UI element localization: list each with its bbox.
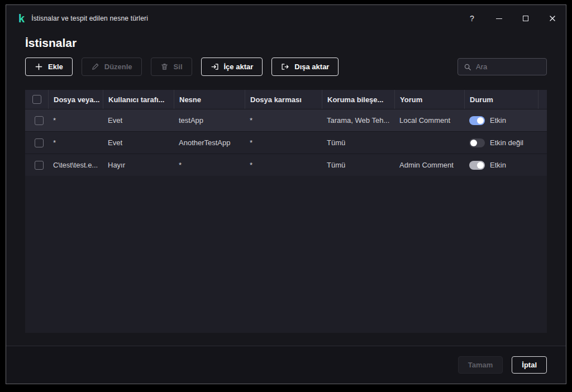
pencil-icon xyxy=(91,63,99,71)
status-label: Etkin xyxy=(490,116,506,125)
cell-status: Etkin xyxy=(464,161,538,170)
export-icon xyxy=(281,63,289,71)
select-all-checkbox[interactable] xyxy=(32,95,41,104)
status-label: Etkin xyxy=(490,161,506,169)
close-icon xyxy=(549,15,556,22)
exclusions-table: Dosya veya... Kullanıcı tarafı... Nesne … xyxy=(25,90,547,333)
row-checkbox-cell xyxy=(25,138,48,147)
minimize-button[interactable] xyxy=(485,5,512,32)
column-header-components[interactable]: Koruma bileşe... xyxy=(322,90,394,109)
cell-hash: * xyxy=(245,161,322,169)
status-toggle[interactable] xyxy=(469,161,485,170)
export-button[interactable]: Dışa aktar xyxy=(271,58,339,76)
row-checkbox[interactable] xyxy=(35,161,44,170)
footer: Tamam İptal xyxy=(6,346,566,384)
export-button-label: Dışa aktar xyxy=(294,63,329,71)
cell-by-user: Evet xyxy=(103,116,174,125)
edit-button-label: Düzenle xyxy=(104,63,132,71)
column-header-by-user[interactable]: Kullanıcı tarafı... xyxy=(103,90,174,109)
cell-hash: * xyxy=(245,116,322,125)
cell-status: Etkin xyxy=(464,116,538,125)
column-header-comment[interactable]: Yorum xyxy=(394,90,464,109)
header-filler xyxy=(538,90,547,109)
close-button[interactable] xyxy=(539,5,566,32)
help-button[interactable]: ? xyxy=(459,5,485,32)
import-button[interactable]: İçe aktar xyxy=(201,58,263,76)
column-header-hash[interactable]: Dosya karması xyxy=(245,90,322,109)
table-row[interactable]: C\test\test.e... Hayır * * Tümü Admin Co… xyxy=(25,154,547,176)
toolbar: Ekle Düzenle Sil İçe aktar Dışa aktar xyxy=(25,58,547,76)
ok-button[interactable]: Tamam xyxy=(458,356,503,374)
cell-file: * xyxy=(48,116,103,125)
cell-components: Tümü xyxy=(322,161,394,169)
status-label: Etkin değil xyxy=(490,138,523,147)
table-row[interactable]: * Evet AnotherTestApp * Tümü Etkin değil xyxy=(25,131,547,154)
cell-comment: Admin Comment xyxy=(394,161,464,169)
search-input[interactable] xyxy=(476,63,541,71)
row-checkbox[interactable] xyxy=(35,138,44,147)
cell-object: * xyxy=(174,161,245,169)
maximize-icon xyxy=(523,16,528,21)
cell-file: * xyxy=(48,138,103,147)
row-checkbox[interactable] xyxy=(35,116,44,125)
table-header: Dosya veya... Kullanıcı tarafı... Nesne … xyxy=(25,90,547,109)
add-button[interactable]: Ekle xyxy=(25,58,73,76)
status-toggle[interactable] xyxy=(469,138,485,147)
trash-icon xyxy=(160,63,169,71)
import-button-label: İçe aktar xyxy=(224,63,254,71)
cell-object: AnotherTestApp xyxy=(174,138,245,147)
cell-components: Tümü xyxy=(322,138,394,147)
maximize-button[interactable] xyxy=(512,5,539,32)
cell-components: Tarama, Web Teh... xyxy=(322,116,394,125)
cell-object: testApp xyxy=(174,116,245,125)
cell-by-user: Evet xyxy=(103,138,174,147)
titlebar: k İstisnalar ve tespit edilen nesne türl… xyxy=(6,5,566,32)
column-header-object[interactable]: Nesne xyxy=(174,90,245,109)
row-checkbox-cell xyxy=(25,161,48,170)
window-controls: ? xyxy=(459,5,566,32)
cell-file: C\test\test.e... xyxy=(48,161,103,169)
window-title: İstisnalar ve tespit edilen nesne türler… xyxy=(31,15,148,22)
header-checkbox-cell xyxy=(25,90,48,109)
cell-comment: Local Comment xyxy=(394,116,464,125)
cell-by-user: Hayır xyxy=(103,161,174,169)
delete-button-label: Sil xyxy=(174,63,183,71)
content-area: İstisnalar Ekle Düzenle Sil İçe aktar Dı… xyxy=(6,32,566,346)
search-icon xyxy=(464,63,471,71)
delete-button[interactable]: Sil xyxy=(151,58,192,76)
column-header-status[interactable]: Durum xyxy=(464,90,538,109)
edit-button[interactable]: Düzenle xyxy=(82,58,142,76)
help-icon: ? xyxy=(470,14,474,23)
import-icon xyxy=(211,63,219,71)
search-box[interactable] xyxy=(457,58,547,75)
cell-status: Etkin değil xyxy=(464,138,538,147)
add-button-label: Ekle xyxy=(48,63,63,71)
cancel-button[interactable]: İptal xyxy=(512,356,547,374)
status-toggle[interactable] xyxy=(469,116,485,125)
minimize-icon xyxy=(496,18,502,19)
column-header-file[interactable]: Dosya veya... xyxy=(48,90,103,109)
table-row[interactable]: * Evet testApp * Tarama, Web Teh... Loca… xyxy=(25,109,547,131)
page-title: İstisnalar xyxy=(25,36,547,50)
row-checkbox-cell xyxy=(25,116,48,125)
plus-icon xyxy=(35,63,43,71)
cell-hash: * xyxy=(245,138,322,147)
kaspersky-logo-icon: k xyxy=(18,13,25,24)
app-window: k İstisnalar ve tespit edilen nesne türl… xyxy=(6,4,566,384)
